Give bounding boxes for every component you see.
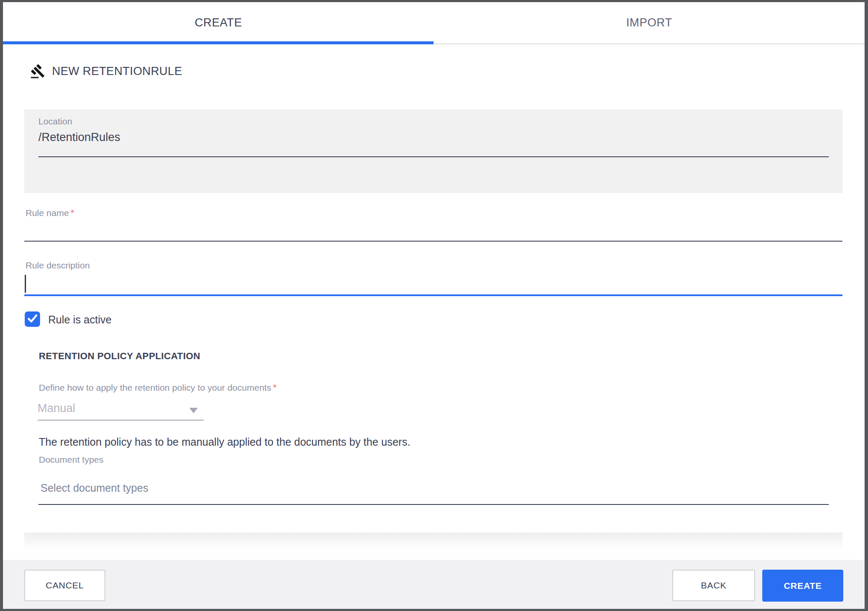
- tab-import-label: IMPORT: [626, 16, 672, 29]
- rule-description-input[interactable]: [24, 294, 842, 296]
- document-types-input[interactable]: [38, 504, 829, 505]
- document-types-placeholder: Select document types: [41, 482, 148, 494]
- apply-mode-label: Define how to apply the retention policy…: [39, 382, 277, 393]
- create-button[interactable]: CREATE: [762, 570, 843, 602]
- tab-create-label: CREATE: [195, 16, 242, 29]
- apply-mode-label-text: Define how to apply the retention policy…: [39, 383, 271, 392]
- back-button[interactable]: BACK: [672, 570, 755, 601]
- dialog-header: NEW RETENTIONRULE: [30, 63, 182, 80]
- apply-mode-select[interactable]: Manual: [38, 402, 75, 415]
- rule-name-input[interactable]: [24, 241, 842, 242]
- gavel-icon: [30, 63, 46, 79]
- rule-active-checkbox[interactable]: [25, 311, 40, 327]
- rule-description-label: Rule description: [26, 260, 90, 271]
- chevron-down-icon: [189, 408, 198, 413]
- divider-band: [24, 533, 842, 550]
- page-backdrop: { "tabs": { "create_label": "CREATE", "i…: [0, 0, 868, 611]
- apply-mode-required-marker: *: [271, 382, 277, 393]
- location-value-field[interactable]: /RetentionRules: [38, 131, 120, 144]
- active-tab-indicator: [3, 41, 434, 44]
- dialog-footer: CANCEL BACK CREATE: [3, 560, 865, 609]
- new-retention-rule-dialog: CREATE IMPORT NEW RETENTIONRULE Location…: [3, 2, 865, 609]
- tab-create[interactable]: CREATE: [3, 2, 434, 43]
- rule-active-label: Rule is active: [48, 314, 112, 326]
- create-button-label: CREATE: [784, 581, 822, 591]
- page-title: NEW RETENTIONRULE: [52, 65, 182, 78]
- text-cursor: [25, 275, 26, 293]
- rule-name-required-marker: *: [69, 208, 75, 218]
- cancel-button-label: CANCEL: [46, 580, 84, 591]
- apply-mode-hint: The retention policy has to be manually …: [39, 436, 410, 448]
- location-field-underline: [38, 156, 829, 157]
- location-label: Location: [38, 116, 72, 127]
- cancel-button[interactable]: CANCEL: [24, 570, 105, 601]
- back-button-label: BACK: [701, 580, 726, 591]
- tab-import[interactable]: IMPORT: [434, 2, 865, 43]
- checkmark-icon: [26, 312, 39, 326]
- rule-name-label: Rule name*: [26, 208, 74, 219]
- rule-name-label-text: Rule name: [26, 208, 69, 218]
- location-section: Location /RetentionRules: [24, 110, 842, 193]
- apply-mode-select-underline: [38, 420, 204, 421]
- retention-policy-section-title: RETENTION POLICY APPLICATION: [39, 351, 200, 362]
- tab-bar: CREATE IMPORT: [3, 2, 865, 44]
- document-types-label: Document types: [39, 455, 104, 465]
